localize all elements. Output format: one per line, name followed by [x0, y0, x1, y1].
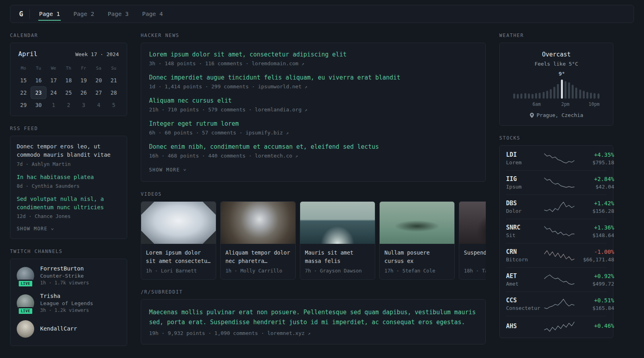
hackernews-item-title[interactable]: Lorem ipsum dolor sit amet, consectetur …: [149, 51, 477, 58]
weather-bar: 9°: [561, 80, 563, 99]
rss-item-title[interactable]: Sed volutpat nulla nisl, a condimentum n…: [17, 195, 120, 212]
calendar-day[interactable]: 3: [76, 99, 91, 111]
rss-item-title[interactable]: In hac habitasse platea: [17, 173, 120, 181]
calendar-day[interactable]: 25: [61, 87, 76, 99]
stock-price: $165.84: [574, 305, 614, 311]
weather-bar: [586, 92, 588, 99]
calendar-day[interactable]: 1: [46, 99, 61, 111]
stock-name: Dolor: [506, 208, 544, 214]
stock-row[interactable]: CCS Consectetur +0.51% $165.84: [506, 292, 607, 316]
subreddit-post-title[interactable]: Maecenas mollis pulvinar erat non posuer…: [149, 307, 477, 327]
twitch-channel[interactable]: LIVE KendallCarr: [17, 320, 120, 338]
calendar-day[interactable]: 4: [91, 99, 106, 111]
stock-change: +0.51%: [574, 297, 614, 304]
page-tabs: Page 1Page 2Page 3Page 4: [32, 5, 170, 23]
stock-row[interactable]: LDI Lorem +4.35% $795.18: [506, 146, 607, 170]
calendar-day[interactable]: 16: [31, 74, 46, 86]
hackernews-item-title[interactable]: Donec enim nibh, condimentum et accumsan…: [149, 143, 477, 150]
calendar-day[interactable]: 26: [76, 87, 91, 99]
calendar-day[interactable]: 20: [91, 74, 106, 86]
page-tab[interactable]: Page 4: [135, 5, 169, 23]
calendar-day[interactable]: 30: [31, 99, 46, 111]
external-link-icon: ↗: [302, 61, 305, 66]
hackernews-show-more-button[interactable]: SHOW MORE ⌄: [149, 166, 187, 173]
hackernews-item-title[interactable]: Donec imperdiet augue tincidunt felis al…: [149, 74, 477, 81]
calendar-day-header: Fr: [76, 63, 91, 74]
stock-values: -1.00% $66,171.48: [574, 249, 614, 263]
calendar-day[interactable]: 18: [61, 74, 76, 86]
hackernews-item-stats: 1d · 1,414 points · 299 comments ·: [149, 84, 255, 90]
hackernews-item-meta: 21h · 710 points · 579 comments · loreml…: [149, 107, 477, 113]
video-card[interactable]: Suspendisse diam 18h · Tara: [459, 201, 486, 280]
stock-row[interactable]: AHS +0.46%: [506, 316, 607, 337]
weather-bar: [543, 92, 545, 99]
hackernews-item-domain[interactable]: loremtech.co: [255, 153, 292, 159]
stock-row[interactable]: AET Amet +0.92% $499.72: [506, 267, 607, 292]
hackernews-list: Lorem ipsum dolor sit amet, consectetur …: [149, 51, 477, 159]
hackernews-item-title[interactable]: Integer eget rutrum lorem: [149, 120, 477, 127]
stock-symbol: IIG: [506, 175, 544, 183]
rss-show-more-button[interactable]: SHOW MORE ⌄: [17, 225, 54, 232]
stock-change: +1.42%: [574, 200, 614, 206]
stocks-widget: LDI Lorem +4.35% $795.18 IIG Ipsum: [499, 145, 613, 338]
page-tab[interactable]: Page 1: [32, 5, 66, 23]
calendar-day[interactable]: 22: [16, 87, 31, 99]
topbar: G Page 1Page 2Page 3Page 4: [10, 5, 634, 23]
video-card[interactable]: Aliquam tempor dolor nec pharetra… 1h · …: [220, 201, 296, 280]
hackernews-item-domain[interactable]: ipsumworld.net: [258, 84, 302, 90]
subreddit-post-domain[interactable]: loremnet.xyz: [267, 330, 305, 336]
rss-item-meta: 12d · Chance Jones: [17, 213, 120, 219]
video-meta: 1h · Molly Carrillo: [225, 268, 291, 274]
stock-symbol: DBS: [506, 200, 544, 207]
stock-id: CCS Consectetur: [506, 297, 544, 311]
stock-price: $148.64: [574, 232, 614, 238]
hackernews-item: Donec enim nibh, condimentum et accumsan…: [149, 143, 477, 159]
calendar-day[interactable]: 23: [31, 87, 46, 99]
calendar-day-header: Tu: [31, 63, 46, 74]
calendar-day[interactable]: 27: [91, 87, 106, 99]
calendar-day[interactable]: 5: [106, 99, 121, 111]
twitch-channel[interactable]: LIVE ForrestBurton Counter-Strike 1h · 1…: [17, 265, 120, 286]
rss-item-title[interactable]: Donec tempor eros leo, ut commodo mauris…: [17, 142, 120, 160]
twitch-channel[interactable]: LIVE Trisha League of Legends 3h · 1.2k …: [17, 293, 120, 313]
hackernews-item-domain[interactable]: loremdomain.com: [252, 60, 298, 66]
topbar-wrap: G Page 1Page 2Page 3Page 4: [0, 0, 644, 23]
twitch-list: LIVE ForrestBurton Counter-Strike 1h · 1…: [17, 265, 120, 338]
video-card[interactable]: Mauris sit amet massa felis 7h · Grayson…: [300, 201, 375, 280]
calendar-day[interactable]: 24: [46, 87, 61, 99]
stock-name: Amet: [506, 281, 544, 287]
weather-ticks: 6am2pm10pm: [513, 101, 599, 107]
video-card[interactable]: Lorem ipsum dolor sit amet consectetu… 1…: [141, 201, 216, 280]
hackernews-item-domain[interactable]: loremlandia.org: [255, 107, 301, 113]
weather-widget: Overcast Feels like 5°C 9° 6am2pm10pm Pr…: [499, 43, 613, 126]
stock-row[interactable]: SNRC Sit +1.36% $148.64: [506, 219, 607, 243]
video-thumbnail: [300, 202, 375, 244]
hackernews-item-meta: 3h · 148 points · 116 comments · loremdo…: [149, 60, 477, 66]
page-tab[interactable]: Page 3: [101, 5, 135, 23]
hackernews-item-meta: 1d · 1,414 points · 299 comments · ipsum…: [149, 84, 477, 90]
video-title: Aliquam tempor dolor nec pharetra…: [225, 249, 291, 265]
calendar-day[interactable]: 29: [16, 99, 31, 111]
rss-item: In hac habitasse platea 8d · Cynthia Sau…: [17, 173, 120, 189]
calendar-day[interactable]: 19: [76, 74, 91, 86]
calendar-day[interactable]: 28: [106, 87, 121, 99]
hackernews-item-stats: 6h · 60 points · 57 comments ·: [149, 130, 242, 136]
stock-values: +1.42% $156.28: [574, 200, 614, 214]
stock-row[interactable]: DBS Dolor +1.42% $156.28: [506, 195, 607, 219]
twitch-channel-game: League of Legends: [40, 300, 93, 306]
calendar-day-header: Sa: [91, 63, 106, 74]
calendar-day[interactable]: 17: [46, 74, 61, 86]
stock-sparkline: [544, 201, 574, 212]
rss-item: Donec tempor eros leo, ut commodo mauris…: [17, 142, 120, 167]
hackernews-item-meta: 16h · 468 points · 440 comments · loremt…: [149, 153, 477, 159]
hackernews-item-domain[interactable]: ipsumify.biz: [246, 130, 283, 136]
stock-row[interactable]: CRN Bitcorn -1.00% $66,171.48: [506, 243, 607, 267]
video-card[interactable]: Nullam posuere cursus ex 17h · Stefan Co…: [379, 201, 455, 280]
calendar-day[interactable]: 21: [106, 74, 121, 86]
stock-row[interactable]: IIG Ipsum +2.84% $42.04: [506, 170, 607, 195]
calendar-day[interactable]: 15: [16, 74, 31, 86]
page-tab[interactable]: Page 2: [67, 5, 101, 23]
hackernews-item-title[interactable]: Aliquam nec cursus elit: [149, 97, 477, 104]
calendar-day[interactable]: 2: [61, 99, 76, 111]
videos-row: Lorem ipsum dolor sit amet consectetu… 1…: [141, 201, 486, 280]
